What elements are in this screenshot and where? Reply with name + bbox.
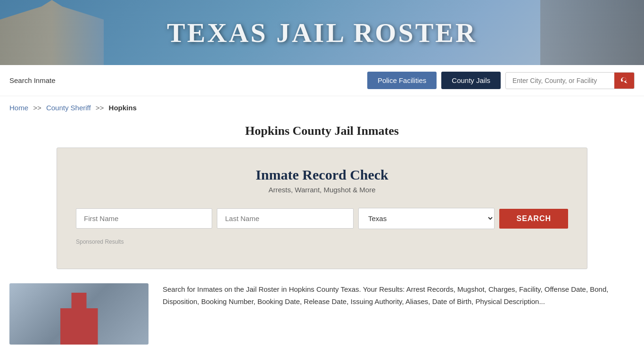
county-jails-button[interactable]: County Jails [441,72,501,89]
county-image [9,283,149,345]
facility-search-button[interactable] [614,73,634,89]
sponsored-label: Sponsored Results [76,239,568,245]
breadcrumb-current: Hopkins [109,104,137,112]
capitol-overlay [0,0,104,65]
page-title: Hopkins County Jail Inmates [0,124,644,138]
record-check-title: Inmate Record Check [76,167,568,183]
bottom-section: Search for Inmates on the Jail Roster in… [0,274,644,354]
search-button[interactable]: SEARCH [499,209,568,229]
facility-search-input[interactable] [506,73,614,88]
bottom-description: Search for Inmates on the Jail Roster in… [163,283,635,345]
nav-bar: Search Inmate Police Facilities County J… [0,65,644,96]
search-icon [620,76,628,85]
last-name-input[interactable] [217,208,353,229]
police-facilities-button[interactable]: Police Facilities [367,72,437,89]
breadcrumb-sep2: >> [96,104,104,112]
search-form-row: AlabamaAlaskaArizona ArkansasCaliforniaC… [76,208,568,229]
breadcrumb-sep1: >> [33,104,41,112]
record-check-box: Inmate Record Check Arrests, Warrant, Mu… [57,148,587,269]
header-banner: Texas Jail Roster [0,0,644,65]
facility-search-wrap [505,72,635,89]
breadcrumb-county-sheriff[interactable]: County Sheriff [46,104,91,112]
first-name-input[interactable] [76,208,212,229]
breadcrumb-home[interactable]: Home [9,104,28,112]
record-check-subtitle: Arrests, Warrant, Mugshot & More [76,186,568,194]
building-shape [60,293,98,345]
state-select[interactable]: AlabamaAlaskaArizona ArkansasCaliforniaC… [358,208,495,229]
breadcrumb: Home >> County Sheriff >> Hopkins [0,96,644,119]
site-title: Texas Jail Roster [167,17,477,49]
search-inmate-label: Search Inmate [9,76,56,84]
jail-overlay-right [540,0,644,65]
